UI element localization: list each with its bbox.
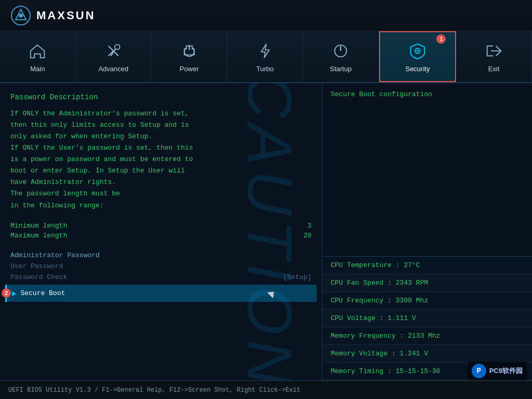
nav-item-exit[interactable]: Exit — [456, 31, 532, 82]
section-items: Administrator Password User Password Pas… — [10, 250, 312, 302]
security-badge: 1 — [436, 34, 446, 44]
secure-boot-section: Secure Boot configuration — [322, 83, 532, 257]
min-length-row: Minimum length 3 — [10, 222, 312, 230]
left-panel-content: Password Description If ONLY the Adminis… — [10, 91, 312, 302]
password-desc-line3: only asked for when entering Setup. — [10, 131, 312, 142]
watermark-text: PC9软件园 — [489, 366, 523, 376]
secure-boot-section-title: Secure Boot configuration — [331, 90, 524, 98]
nav-item-security[interactable]: 1 Security — [379, 31, 457, 82]
status-bar: UEFI BIOS Utility V1.3 / F1->General Hel… — [0, 380, 532, 399]
user-password-item[interactable]: User Password — [10, 261, 312, 272]
mem-freq-row: Memory Frequency : 2133 Mhz — [322, 327, 532, 345]
watermark: P PC9软件园 — [468, 362, 527, 380]
nav-item-startup[interactable]: Startup — [303, 31, 379, 82]
svg-marker-8 — [261, 44, 269, 58]
secure-boot-badge: 2 — [2, 288, 11, 298]
nav-label-power: Power — [179, 65, 199, 73]
nav-item-turbo[interactable]: Turbo — [227, 31, 303, 82]
bolt-icon — [255, 41, 275, 61]
password-desc-title: Password Description — [10, 91, 312, 104]
cpu-fan-row: CPU Fan Speed : 2343 RPM — [322, 274, 532, 292]
admin-password-item[interactable]: Administrator Password — [10, 250, 312, 261]
password-desc-line1: If ONLY the Administrator's password is … — [10, 108, 312, 119]
nav-label-main: Main — [30, 65, 45, 73]
min-length-value: 3 — [307, 222, 312, 230]
watermark-icon: P — [472, 364, 486, 378]
left-panel: CAUTION Password Description If ONLY the… — [0, 83, 322, 380]
main-content: CAUTION Password Description If ONLY the… — [0, 83, 532, 380]
right-panel: Secure Boot configuration CPU Temperatur… — [322, 83, 532, 380]
security-icon — [408, 41, 427, 61]
nav-label-exit: Exit — [488, 65, 500, 73]
password-desc-line6: boot or enter Setup. In Setup the User w… — [10, 165, 312, 177]
logo-text: MAXSUN — [36, 9, 95, 22]
svg-point-12 — [417, 50, 419, 52]
password-check-item[interactable]: Password Check [Setup] — [10, 272, 312, 283]
nav-item-main[interactable]: Main — [0, 31, 76, 82]
password-description: Password Description If ONLY the Adminis… — [10, 91, 312, 211]
maxsun-logo-icon — [10, 5, 31, 26]
home-icon — [28, 41, 47, 61]
nav-label-turbo: Turbo — [256, 65, 274, 73]
min-length-label: Minimum length — [10, 222, 67, 230]
user-password-label: User Password — [10, 262, 63, 270]
password-check-label: Password Check — [10, 273, 67, 281]
password-desc-line4: If ONLY the User's password is set, then… — [10, 142, 312, 154]
admin-password-label: Administrator Password — [10, 251, 100, 259]
power-icon — [179, 41, 199, 61]
cpu-voltage-row: CPU Voltage : 1.111 V — [322, 310, 532, 327]
nav-item-advanced[interactable]: Advanced — [76, 31, 152, 82]
cpu-freq-row: CPU Frequency : 3300 Mhz — [322, 292, 532, 310]
password-desc-line7: have Administrator rights. — [10, 177, 312, 188]
nav-label-startup: Startup — [330, 65, 352, 73]
password-desc-line9: in the following range: — [10, 200, 312, 211]
secure-boot-label: Secure Boot — [20, 289, 65, 297]
nav-label-security: Security — [405, 65, 430, 73]
tools-icon — [103, 41, 123, 61]
password-desc-line8: The password length must be — [10, 188, 312, 200]
nav-label-advanced: Advanced — [98, 65, 128, 73]
cpu-temp-row: CPU Temperature : 27°C — [322, 257, 532, 274]
max-length-value: 20 — [303, 232, 312, 240]
mem-voltage-row: Memory Voltage : 1.241 V — [322, 345, 532, 363]
exit-icon — [484, 41, 504, 61]
svg-point-5 — [115, 44, 120, 49]
nav-bar: Main Advanced Power Turbo Startup — [0, 31, 532, 83]
password-desc-line2: then this only limits access to Setup an… — [10, 119, 312, 131]
status-bar-text: UEFI BIOS Utility V1.3 / F1->General Hel… — [8, 387, 301, 394]
secure-boot-arrow: ▶ — [12, 289, 16, 298]
svg-point-2 — [19, 14, 23, 18]
startup-icon — [331, 41, 351, 61]
logo: MAXSUN — [10, 5, 95, 26]
header: MAXSUN — [0, 0, 532, 31]
max-length-label: Maximum length — [10, 232, 67, 240]
password-desc-line5: is a power on password and must be enter… — [10, 154, 312, 165]
password-check-value: [Setup] — [283, 273, 312, 281]
max-length-row: Maximum length 20 — [10, 232, 312, 240]
nav-item-power[interactable]: Power — [151, 31, 227, 82]
